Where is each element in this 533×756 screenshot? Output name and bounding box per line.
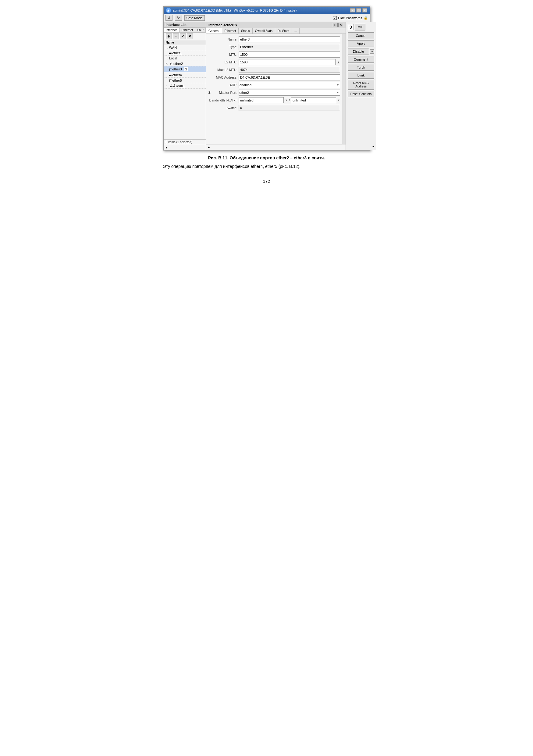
main-content: RouterOS WinBox Quick Set Interfaces Wir… [164,22,370,150]
ether1-icon: ⇄ [169,51,172,55]
window-title: admin@D4:CA:6D:67:1E:3D (MikroTik) - Win… [173,9,297,12]
detail-title-buttons: □ ✕ [333,23,343,27]
list-item-ether1[interactable]: ⇄ ether1 [164,50,206,56]
detail-scrollbar[interactable] [342,34,346,144]
disable-toolbar-button[interactable]: ✖ [187,34,193,39]
apply-button[interactable]: Apply [348,40,374,47]
blink-button[interactable]: Blink [348,72,374,79]
mac-label: MAC Address: [208,76,237,79]
reset-mac-button[interactable]: Reset MAC Address [348,80,374,90]
name-label: Name: [208,38,237,41]
tab-more[interactable]: ... [292,28,300,34]
sidebar-label: RouterOS WinBox [164,22,164,150]
wan-label: WAN [169,46,177,49]
remove-button[interactable]: – [173,34,179,39]
disable-arrow[interactable]: ▼ [370,49,374,54]
wan-prefix: ::: [166,46,168,49]
sidebar: RouterOS WinBox Quick Set Interfaces Wir… [164,22,164,150]
forward-icon: ↻ [177,16,180,20]
interface-list-toolbar: ⊕ – ✔ ✖ [164,33,206,40]
add-button[interactable]: ⊕ [166,34,172,39]
title-bar-controls: – □ ✕ [350,8,367,13]
ok-button[interactable]: OK [355,24,366,31]
mac-input[interactable] [239,74,340,80]
right-scroll-icon: ● [372,145,375,148]
l2mtu-input[interactable] [239,59,335,65]
cancel-button[interactable]: Cancel [348,32,374,39]
detail-scroll: Name: Type: MTU: [206,34,346,144]
list-item-ether2[interactable]: R ⇄ ether2 [164,61,206,67]
detail-close-button[interactable]: ✕ [338,23,343,27]
master-port-value: ether2 [240,91,249,94]
safe-mode-label: Safe Mode [187,16,203,20]
list-item-wan[interactable]: ::: WAN [164,45,206,50]
safe-mode-button[interactable]: Safe Mode [184,15,205,21]
list-item-ether3[interactable]: ⇄ ether3 1 [164,67,206,72]
body-text: Эту операцию повторяем для интерфейсов e… [163,163,370,170]
page-number-text: 172 [263,179,270,184]
interface-list-tabs: Interface Ethernet EoIP [164,28,206,33]
arp-label: ARP: [208,83,237,87]
disable-button[interactable]: Disable [348,48,369,55]
local-label: Local [169,56,177,60]
master-port-dropdown-icon: ▼ [336,91,339,94]
list-item-ether4[interactable]: ⇄ ether4 [164,72,206,78]
ether2-label: ether2 [173,62,183,66]
detail-form: Name: Type: MTU: [206,34,342,144]
enable-button[interactable]: ✔ [180,34,186,39]
hide-passwords-label: Hide Passwords [338,16,362,20]
arp-select[interactable]: enabled ▼ [239,82,340,88]
body-text-content: Эту операцию повторяем для интерфейсов e… [163,164,301,169]
bandwidth-tx-input[interactable] [291,97,336,103]
name-input[interactable] [239,36,340,42]
back-button[interactable]: ↺ [166,15,173,21]
ether3-icon: ⇄ [169,68,172,71]
title-bar: ◉ admin@D4:CA:6D:67:1E:3D (MikroTik) - W… [164,7,370,14]
master-port-select[interactable]: ether2 ▼ [239,90,340,96]
tab-status[interactable]: Status [239,28,252,34]
close-button[interactable]: ✕ [362,8,367,13]
reset-counters-button[interactable]: Reset Counters [348,91,374,97]
badge-1: 1 [184,67,188,71]
ether4-icon: ⇄ [169,73,172,77]
minimize-button[interactable]: – [350,8,355,13]
ether2-flag: R [166,62,168,65]
list-item-wlan1[interactable]: X ⇄⇄ wlan1 [164,83,206,89]
local-prefix: ::: [166,57,168,60]
form-row-mtu: MTU: [208,51,340,58]
comment-button[interactable]: Comment [348,56,374,63]
form-row-type: Type: [208,44,340,50]
badge-2-container: 2 [208,91,211,95]
arp-value: enabled [240,83,252,87]
tab-ethernet-detail[interactable]: Ethernet [222,28,239,34]
tab-interface[interactable]: Interface [164,28,180,32]
figure-caption: Рис. В.11. Объединение портов ether2 – e… [208,155,325,160]
right-panel-spacer [348,98,374,143]
interface-list-panel: Interface List Interface Ethernet EoIP ⊕… [164,22,206,150]
type-input [239,44,340,50]
tab-general[interactable]: General [206,28,222,34]
interface-list-title-label: Interface List [166,23,187,27]
list-item-local[interactable]: ::: Local [164,56,206,61]
ether4-label: ether4 [173,73,182,77]
bandwidth-rx-input[interactable] [239,97,284,103]
tab-ethernet[interactable]: Ethernet [179,28,195,32]
detail-tabs: General Ethernet Status Overall Stats Rx… [206,28,346,34]
tab-rx-stats[interactable]: Rx Stats [275,28,292,34]
maximize-button[interactable]: □ [356,8,361,13]
mtu-input[interactable] [239,51,340,58]
back-icon: ↺ [168,16,170,20]
list-item-ether5[interactable]: ⇄ ether5 [164,78,206,83]
l2mtu-label: L2 MTU: [208,60,237,64]
detail-title-text: Interface <ether3> [208,23,237,27]
type-label: Type: [208,45,237,49]
hide-passwords-checkbox[interactable]: ✓ [333,16,337,20]
forward-button[interactable]: ↻ [175,15,182,21]
form-row-bandwidth: Bandwidth [Rx/Tx]: ▼ / ▼ [208,97,340,103]
detail-restore-button[interactable]: □ [333,23,338,27]
interface-list-title: Interface List [164,22,206,28]
detail-footer: ● [206,144,346,150]
tab-eoip[interactable]: EoIP [195,28,206,32]
torch-button[interactable]: Torch [348,64,374,71]
tab-overall-stats[interactable]: Overall Stats [253,28,275,34]
